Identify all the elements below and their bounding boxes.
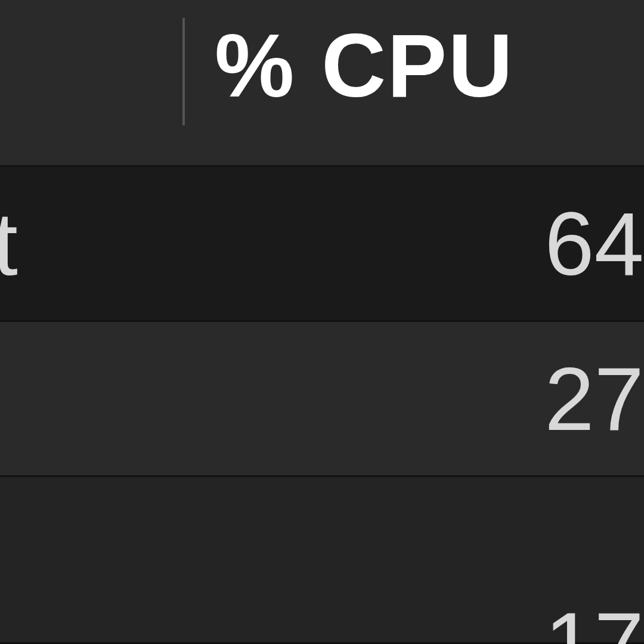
column-header-process-name[interactable] <box>0 18 185 125</box>
table-row[interactable]: rkit 64 <box>0 167 644 322</box>
table-row[interactable]: 27 <box>0 322 644 477</box>
process-name-cell: rkit <box>0 199 185 289</box>
process-table: % CPU rkit 64 27 17 <box>0 0 644 644</box>
cpu-value-cell: 64 <box>185 199 644 289</box>
table-row[interactable]: 17 <box>0 477 644 644</box>
table-header-row: % CPU <box>0 0 644 167</box>
column-header-cpu[interactable]: % CPU <box>185 18 644 113</box>
cpu-value-cell: 27 <box>185 354 644 444</box>
cpu-value-cell: 17 <box>185 599 644 644</box>
